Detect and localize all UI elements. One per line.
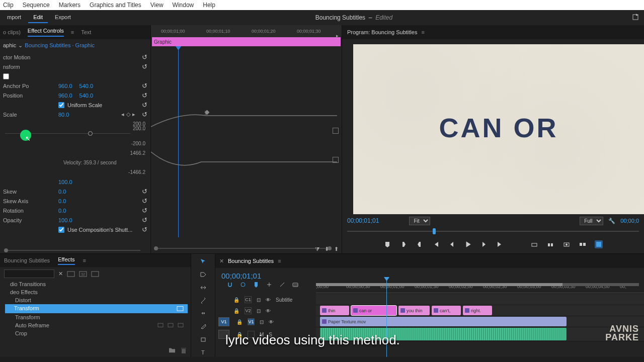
reset-icon[interactable]: ↺	[142, 216, 147, 224]
menu-window[interactable]: Window	[173, 2, 194, 9]
skewaxis-val[interactable]: 0.0	[58, 198, 66, 204]
sync-lock-icon[interactable]: ⊡	[260, 319, 264, 325]
sync-lock-icon[interactable]: ⊡	[257, 297, 261, 303]
clip-link[interactable]: Bouncing Subtitles · Graphic	[25, 42, 95, 48]
reset-icon[interactable]: ↺	[142, 63, 147, 70]
add-keyframe-icon[interactable]	[333, 128, 339, 134]
toggle-output-icon[interactable]: 👁	[269, 319, 274, 325]
settings-button[interactable]	[595, 240, 603, 248]
sequence-menu-icon[interactable]: ≡	[278, 258, 281, 264]
menu-graphics[interactable]: Graphics and Titles	[90, 2, 141, 9]
reset-icon[interactable]: ↺	[142, 188, 147, 195]
mask-checkbox[interactable]	[3, 73, 9, 79]
tab-project[interactable]: Bouncing Subtitles	[4, 257, 50, 263]
chevron-down-icon[interactable]: ⌄	[18, 42, 23, 49]
tab-text[interactable]: Text	[81, 29, 91, 35]
reset-icon[interactable]: ↺	[142, 53, 147, 61]
go-to-in-button[interactable]	[432, 240, 440, 248]
add-keyframe-icon[interactable]: ◇	[126, 111, 130, 118]
quick-export-icon[interactable]	[632, 13, 644, 22]
insert-icon[interactable]: ⬇	[325, 246, 329, 252]
keyframe-graph[interactable]: 𝙸	[151, 46, 342, 237]
track-select-tool[interactable]	[199, 270, 208, 279]
clip-canor[interactable]: can or	[351, 306, 396, 315]
tree-item[interactable]: deo Effects	[3, 288, 188, 296]
add-marker-icon[interactable]	[266, 281, 273, 289]
reset-icon[interactable]: ↺	[142, 92, 147, 99]
razor-tool[interactable]	[199, 296, 208, 305]
extract-button[interactable]	[546, 240, 554, 248]
lock-icon[interactable]: 🔒	[233, 308, 239, 314]
mode-import[interactable]: mport	[2, 12, 26, 23]
program-scrubber[interactable]	[347, 227, 639, 235]
reset-icon[interactable]: ↺	[142, 226, 147, 233]
overwrite-icon[interactable]: ⬆	[334, 246, 339, 252]
prop-vector-motion[interactable]: ctor Motion	[3, 54, 58, 60]
new-bin-icon[interactable]	[169, 347, 176, 355]
rotation-val[interactable]: 0.0	[58, 208, 66, 214]
panel-menu-icon[interactable]: ≡	[83, 257, 86, 263]
reset-icon[interactable]: ↺	[142, 207, 147, 214]
add-marker-button[interactable]	[383, 240, 391, 248]
menu-sequence[interactable]: Sequence	[23, 2, 50, 9]
menu-markers[interactable]: Markers	[59, 2, 80, 9]
trash-icon[interactable]	[181, 347, 187, 355]
preset-bin-icon[interactable]: 32	[79, 270, 87, 277]
effects-search[interactable]	[4, 269, 54, 278]
close-sequence-icon[interactable]: ✕	[219, 258, 224, 264]
reset-icon[interactable]: ↺	[142, 197, 147, 205]
program-canvas[interactable]: CAN OR	[353, 44, 644, 214]
tree-item[interactable]: Crop	[3, 329, 188, 337]
tree-item[interactable]: Distort	[3, 296, 188, 304]
track-label[interactable]: V1	[248, 318, 255, 325]
work-area-bar[interactable]	[316, 283, 562, 286]
zoom-handle-left[interactable]	[154, 246, 158, 250]
toggle-output-icon[interactable]: 👁	[266, 308, 271, 314]
caption-icon[interactable]: CC	[292, 281, 299, 289]
sequence-name[interactable]: Bouncing Subtitles	[228, 258, 274, 264]
anchor-y[interactable]: 540.0	[79, 83, 94, 89]
tree-item[interactable]: Auto Reframe	[3, 321, 188, 329]
preset-bin-icon[interactable]	[91, 270, 99, 277]
ec-clip-bar[interactable]: Graphic	[152, 37, 341, 46]
track-label[interactable]: C1	[245, 296, 252, 303]
mark-in-button[interactable]	[399, 240, 408, 248]
tab-noclips[interactable]: o clips)	[3, 29, 21, 35]
toggle-output-icon[interactable]: 👁	[266, 297, 271, 303]
step-fwd-button[interactable]	[480, 240, 488, 248]
menu-clip[interactable]: Clip	[3, 2, 14, 9]
anchor-x[interactable]: 960.0	[58, 83, 72, 89]
preset-bin-icon[interactable]	[67, 270, 75, 277]
effects-tree[interactable]: dio Transitions deo Effects Distort Tran…	[0, 280, 191, 337]
reset-icon[interactable]: ↺	[142, 82, 147, 89]
lock-icon[interactable]: 🔒	[236, 319, 243, 325]
tree-item-selected[interactable]: Transform	[5, 304, 188, 313]
os-menubar[interactable]: Clip Sequence Markers Graphics and Title…	[0, 0, 644, 10]
timeline-timecode[interactable]: 00;00;01;01	[215, 272, 316, 280]
prop-transform[interactable]: nsform	[3, 64, 58, 70]
clip-right[interactable]: right.	[463, 306, 492, 315]
comparison-button[interactable]	[579, 240, 587, 248]
export-frame-button[interactable]	[562, 240, 571, 248]
add-keyframe-icon[interactable]	[333, 157, 339, 163]
tab-effects[interactable]: Effects	[58, 256, 74, 265]
slip-tool[interactable]	[199, 309, 208, 318]
tree-item[interactable]: dio Transitions	[3, 280, 188, 288]
linked-selection-icon[interactable]	[239, 281, 247, 289]
mode-export[interactable]: Export	[50, 12, 76, 23]
settings-icon[interactable]	[279, 281, 286, 289]
ec-menu-icon[interactable]: ≡	[71, 29, 74, 35]
hand-tool[interactable]	[199, 335, 208, 344]
sync-lock-icon[interactable]: ⊡	[257, 308, 261, 314]
clear-search-icon[interactable]: ✕	[58, 270, 63, 277]
lock-icon[interactable]: 🔒	[233, 297, 239, 303]
snap-icon[interactable]	[226, 281, 233, 289]
zoom-select[interactable]: Fit	[409, 217, 430, 225]
tab-effect-controls[interactable]: Effect Controls	[28, 28, 64, 37]
clip-thin[interactable]: thin	[320, 306, 349, 315]
skew-val[interactable]: 0.0	[58, 189, 66, 195]
resolution-select[interactable]: Full	[580, 217, 603, 225]
pos-x[interactable]: 960.0	[58, 93, 72, 99]
play-icon[interactable]: ▸	[336, 33, 339, 38]
ripple-tool[interactable]	[199, 283, 208, 292]
